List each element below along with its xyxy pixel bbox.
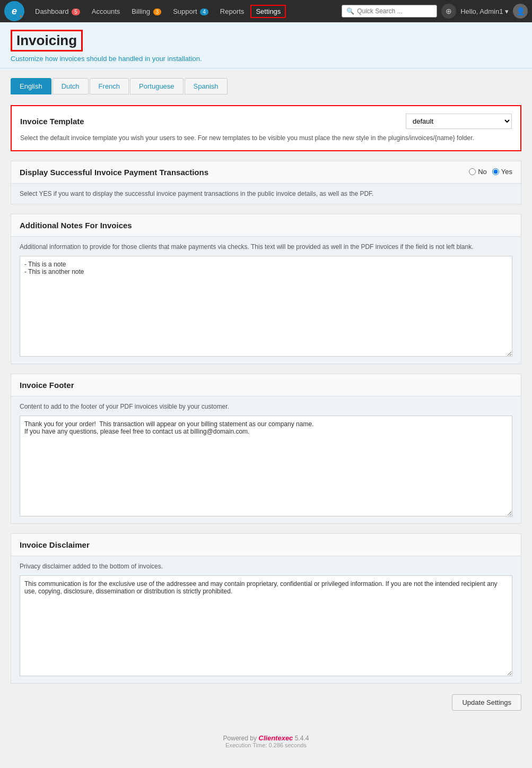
invoice-footer-desc: Content to add to the footer of your PDF… bbox=[20, 402, 512, 411]
radio-no-text: No bbox=[478, 168, 487, 176]
invoice-footer-section: Invoice Footer Content to add to the foo… bbox=[11, 374, 521, 524]
update-settings-button[interactable]: Update Settings bbox=[452, 694, 521, 711]
top-navigation: e+ Dashboard 5 Accounts Billing 3 Suppor… bbox=[0, 0, 532, 22]
language-tabs: English Dutch French Portuguese Spanish bbox=[11, 78, 521, 94]
tab-spanish[interactable]: Spanish bbox=[185, 78, 228, 94]
footer-brand: Clientexec bbox=[258, 734, 293, 742]
page-title: Invoicing bbox=[11, 30, 83, 51]
tab-english[interactable]: English bbox=[11, 78, 51, 94]
radio-yes-label[interactable]: Yes bbox=[492, 168, 512, 176]
invoice-footer-title: Invoice Footer bbox=[20, 381, 74, 390]
invoice-disclaimer-top: Invoice Disclaimer bbox=[11, 534, 521, 556]
nav-item-accounts[interactable]: Accounts bbox=[86, 5, 125, 18]
display-transactions-desc-text: Select YES if you want to display the su… bbox=[20, 189, 512, 199]
tab-french[interactable]: French bbox=[90, 78, 129, 94]
additional-notes-title: Additional Notes For Invoices bbox=[20, 221, 132, 230]
search-input[interactable] bbox=[357, 7, 432, 15]
button-row: Update Settings bbox=[11, 694, 521, 711]
additional-notes-textarea[interactable] bbox=[20, 256, 512, 357]
invoice-template-header: Invoice Template default simple modern bbox=[20, 114, 512, 129]
template-select-row: default simple modern bbox=[406, 114, 512, 129]
footer-version: 5.4.4 bbox=[295, 735, 309, 742]
radio-no[interactable] bbox=[469, 168, 476, 175]
footer-powered: Powered by Clientexec 5.4.4 bbox=[8, 734, 524, 742]
radio-yes[interactable] bbox=[492, 168, 499, 175]
nav-item-settings[interactable]: Settings bbox=[250, 5, 286, 18]
invoice-disclaimer-desc: Privacy disclaimer added to the bottom o… bbox=[20, 562, 512, 571]
nav-item-support[interactable]: Support 4 bbox=[168, 5, 214, 18]
page-footer: Powered by Clientexec 5.4.4 Execution Ti… bbox=[0, 726, 532, 757]
tab-portuguese[interactable]: Portuguese bbox=[130, 78, 184, 94]
search-icon: 🔍 bbox=[346, 7, 354, 15]
additional-notes-desc-area: Additional information to provide for th… bbox=[11, 236, 521, 364]
display-transactions-desc: Select YES if you want to display the su… bbox=[11, 183, 521, 204]
invoice-template-inner: Invoice Template default simple modern S… bbox=[12, 106, 520, 150]
dashboard-badge: 5 bbox=[72, 8, 80, 15]
nav-links: Dashboard 5 Accounts Billing 3 Support 4… bbox=[30, 5, 342, 18]
billing-badge: 3 bbox=[153, 8, 162, 15]
transaction-radio-group: No Yes bbox=[469, 168, 512, 176]
main-content: English Dutch French Portuguese Spanish … bbox=[0, 68, 532, 726]
nav-item-dashboard[interactable]: Dashboard 5 bbox=[30, 5, 85, 18]
invoice-footer-textarea[interactable] bbox=[20, 416, 512, 516]
notifications-icon[interactable]: ⊕ bbox=[441, 4, 456, 19]
footer-powered-text: Powered by bbox=[223, 735, 257, 742]
footer-exec-time: Execution Time: 0.286 seconds bbox=[8, 742, 524, 748]
support-badge: 4 bbox=[200, 8, 208, 15]
quick-search-box[interactable]: 🔍 bbox=[342, 5, 437, 18]
display-transactions-section: Display Successful Invoice Payment Trans… bbox=[11, 161, 521, 204]
avatar[interactable]: 👤 bbox=[513, 4, 528, 19]
radio-yes-text: Yes bbox=[501, 168, 512, 176]
additional-notes-desc: Additional information to provide for th… bbox=[20, 242, 512, 252]
app-logo[interactable]: e+ bbox=[4, 1, 24, 21]
invoice-footer-top: Invoice Footer bbox=[11, 374, 521, 396]
radio-no-label[interactable]: No bbox=[469, 168, 487, 176]
additional-notes-top: Additional Notes For Invoices bbox=[11, 214, 521, 236]
display-transactions-top: Display Successful Invoice Payment Trans… bbox=[11, 161, 521, 183]
template-select[interactable]: default simple modern bbox=[406, 114, 512, 129]
page-header: Invoicing Customize how invoices should … bbox=[0, 22, 532, 68]
additional-notes-section: Additional Notes For Invoices Additional… bbox=[11, 214, 521, 364]
invoice-template-desc: Select the default invoice template you … bbox=[20, 133, 512, 143]
invoice-disclaimer-section: Invoice Disclaimer Privacy disclaimer ad… bbox=[11, 533, 521, 684]
page-subtitle: Customize how invoices should be handled… bbox=[11, 55, 521, 63]
nav-item-billing[interactable]: Billing 3 bbox=[126, 5, 167, 18]
invoice-template-section: Invoice Template default simple modern S… bbox=[11, 105, 521, 151]
invoice-disclaimer-title: Invoice Disclaimer bbox=[20, 540, 90, 549]
tab-dutch[interactable]: Dutch bbox=[53, 78, 89, 94]
nav-item-reports[interactable]: Reports bbox=[215, 5, 250, 18]
invoice-disclaimer-textarea[interactable] bbox=[20, 575, 512, 676]
invoice-disclaimer-desc-area: Privacy disclaimer added to the bottom o… bbox=[11, 556, 521, 683]
user-greeting[interactable]: Hello, Admin1 ▾ bbox=[460, 7, 509, 15]
invoice-footer-desc-area: Content to add to the footer of your PDF… bbox=[11, 396, 521, 523]
nav-right: ⊕ Hello, Admin1 ▾ 👤 bbox=[441, 4, 528, 19]
display-transactions-title: Display Successful Invoice Payment Trans… bbox=[20, 168, 208, 177]
invoice-template-title: Invoice Template bbox=[20, 117, 84, 126]
